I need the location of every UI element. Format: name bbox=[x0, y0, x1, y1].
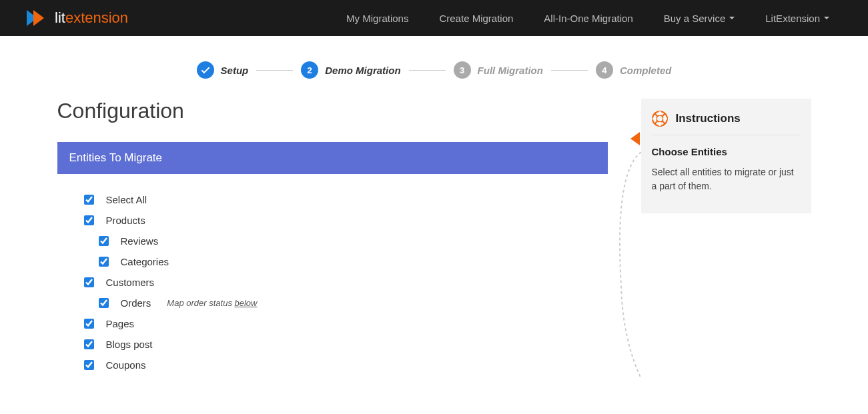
curved-line bbox=[614, 152, 641, 379]
stepper: Setup 2 Demo Migration 3 Full Migration … bbox=[57, 36, 811, 99]
checkbox-customers[interactable] bbox=[84, 277, 94, 287]
chevron-down-icon bbox=[729, 17, 735, 19]
step-demo-migration: 2 Demo Migration bbox=[301, 61, 400, 79]
sidebar-title: Instructions bbox=[676, 112, 741, 125]
entity-coupons: Coupons bbox=[84, 359, 608, 371]
step-circle-pending: 3 bbox=[454, 61, 471, 79]
navbar: litextension My Migrations Create Migrat… bbox=[0, 0, 868, 36]
step-circle-pending: 4 bbox=[596, 61, 613, 79]
step-divider bbox=[409, 70, 446, 71]
entity-label: Orders bbox=[121, 297, 151, 309]
step-label: Completed bbox=[620, 65, 672, 76]
entity-blogs: Blogs post bbox=[84, 339, 608, 350]
step-full-migration: 3 Full Migration bbox=[454, 61, 543, 79]
step-divider bbox=[256, 70, 293, 71]
logo[interactable]: litextension bbox=[27, 9, 128, 27]
step-setup: Setup bbox=[197, 61, 249, 79]
sidebar-text: Select all entities to migrate or just a… bbox=[652, 165, 801, 193]
main-content: Configuration Entities To Migrate Select… bbox=[57, 99, 608, 380]
entity-label: Products bbox=[106, 215, 145, 226]
checkbox-categories[interactable] bbox=[99, 257, 109, 267]
entity-categories: Categories bbox=[99, 256, 608, 267]
checkbox-coupons[interactable] bbox=[84, 360, 94, 370]
logo-icon bbox=[27, 10, 48, 26]
sidebar-header: Instructions bbox=[652, 111, 801, 135]
step-completed: 4 Completed bbox=[596, 61, 672, 79]
map-order-status-link[interactable]: below bbox=[235, 298, 258, 308]
section-header: Entities To Migrate bbox=[57, 142, 608, 174]
checkbox-blogs[interactable] bbox=[84, 339, 94, 349]
entity-label: Select All bbox=[106, 194, 147, 205]
checkbox-products[interactable] bbox=[84, 215, 94, 225]
lifebuoy-icon bbox=[652, 111, 668, 127]
nav-links: My Migrations Create Migration All-In-On… bbox=[334, 6, 841, 31]
checkmark-icon bbox=[201, 65, 209, 73]
nav-create-migration[interactable]: Create Migration bbox=[427, 6, 525, 31]
entity-label: Reviews bbox=[121, 235, 159, 247]
step-divider bbox=[551, 70, 588, 71]
checkbox-pages[interactable] bbox=[84, 319, 94, 329]
entity-label: Blogs post bbox=[106, 339, 153, 350]
chevron-down-icon bbox=[824, 17, 829, 19]
entity-label: Coupons bbox=[106, 359, 146, 371]
entities-list: Select All Products Reviews Categories C… bbox=[57, 174, 608, 371]
pointer-icon bbox=[630, 132, 640, 145]
step-label: Demo Migration bbox=[325, 65, 400, 76]
step-label: Setup bbox=[221, 65, 249, 76]
entity-products: Products bbox=[84, 215, 608, 226]
entity-note: Map order status below bbox=[167, 298, 257, 308]
entity-customers: Customers bbox=[84, 277, 608, 288]
step-circle-done bbox=[197, 61, 214, 79]
entity-label: Customers bbox=[106, 277, 155, 288]
checkbox-orders[interactable] bbox=[99, 298, 109, 308]
nav-litextension[interactable]: LitExtension bbox=[753, 6, 841, 31]
entity-select-all: Select All bbox=[84, 194, 608, 205]
nav-all-in-one[interactable]: All-In-One Migration bbox=[532, 6, 644, 31]
entity-orders: Orders Map order status below bbox=[99, 297, 608, 309]
nav-my-migrations[interactable]: My Migrations bbox=[334, 6, 420, 31]
entity-reviews: Reviews bbox=[99, 235, 608, 247]
checkbox-select-all[interactable] bbox=[84, 195, 94, 205]
step-circle-active: 2 bbox=[301, 61, 318, 79]
svg-point-1 bbox=[657, 115, 663, 122]
entity-pages: Pages bbox=[84, 318, 608, 329]
instructions-sidebar: Instructions Choose Entities Select all … bbox=[641, 99, 811, 213]
sidebar-subtitle: Choose Entities bbox=[652, 146, 801, 157]
checkbox-reviews[interactable] bbox=[99, 236, 109, 246]
nav-buy-service[interactable]: Buy a Service bbox=[652, 6, 747, 31]
step-label: Full Migration bbox=[478, 65, 543, 76]
page-title: Configuration bbox=[57, 99, 608, 123]
entity-label: Categories bbox=[121, 256, 169, 267]
entity-label: Pages bbox=[106, 318, 135, 329]
logo-text: litextension bbox=[55, 9, 128, 27]
